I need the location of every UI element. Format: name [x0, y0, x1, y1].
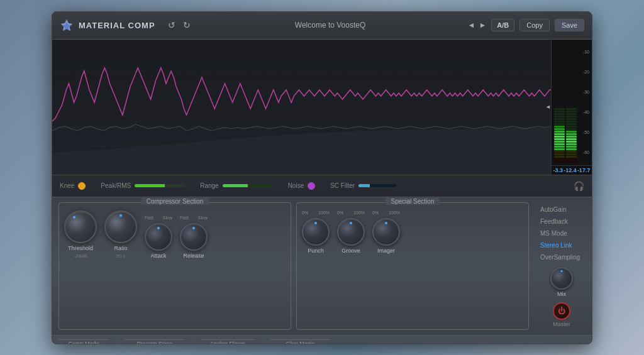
scfilter-slider[interactable]: [358, 184, 396, 187]
preamp-spice-section: -Preamp Spice- HARMONIC Mix: [125, 339, 185, 344]
knee-dot[interactable]: [78, 182, 86, 190]
param-peakrms: Peak/RMS: [101, 182, 185, 189]
ratio-value: 30:1: [116, 253, 126, 259]
master-area: ⏻ Master: [538, 302, 586, 327]
feedback-option[interactable]: Feedback: [538, 217, 586, 226]
compressor-section-label: Compressor Section: [142, 198, 209, 205]
param-knee: Knee: [60, 182, 86, 190]
release-group: Fast Slow Release: [180, 216, 208, 259]
groove-label: Groove: [341, 248, 360, 254]
threshold-group: Threshold -24dB: [64, 210, 97, 259]
vu-scale: -10 -20 -30 -40 -50 -60: [578, 42, 589, 163]
glue-magic-section: -Glue Magic- 3 Console Mix: [270, 339, 331, 344]
meter-val-3: -17.7: [577, 167, 591, 173]
analog-flavor-section: -Analog Flavor- N-Type••• The Legend Sou…: [201, 339, 255, 344]
redo-button[interactable]: ↻: [180, 19, 193, 31]
meter-readout: -3.3 -12.4 -17.7: [552, 165, 592, 175]
vu-bar-right: [566, 42, 577, 163]
controls-area: Compressor Section Threshold -24dB Rat: [52, 197, 592, 335]
undo-button[interactable]: ↺: [165, 19, 178, 31]
vu-meter-display: -10 -20 -30 -40 -50 -60 ◄ -3.3 -12.4 -17…: [551, 40, 592, 175]
prev-button[interactable]: ◄: [468, 21, 475, 30]
special-section-label: Special Section: [386, 198, 440, 205]
waveform-svg: [52, 40, 551, 175]
groove-knob[interactable]: [337, 218, 365, 246]
meter-val-1: -3.3: [553, 167, 564, 173]
groove-group: 0% 100% Groove: [337, 210, 365, 254]
oversampling-option[interactable]: OverSampling: [538, 253, 586, 262]
imager-group: 0% 100% Imager: [372, 210, 400, 254]
punch-label: Punch: [308, 248, 324, 254]
mix-knob[interactable]: [550, 267, 573, 290]
vu-bar-left: [554, 42, 565, 163]
logo-area: MATERIAL COMP: [60, 18, 155, 32]
peakrms-slider[interactable]: [135, 184, 185, 187]
punch-knob[interactable]: [302, 218, 330, 246]
glue-magic-label: -Glue Magic-: [270, 339, 331, 344]
next-button[interactable]: ►: [479, 21, 486, 30]
param-strip: Knee Peak/RMS Range Noise SC Filter 🎧: [52, 175, 592, 197]
autogain-option[interactable]: AutoGain: [538, 205, 586, 214]
msmode-option[interactable]: MS Mode: [538, 229, 586, 238]
comp-mode-section: -Comp Mode- MODERN: [58, 339, 109, 344]
param-noise-label: Noise: [288, 182, 304, 189]
display-area: -10 -20 -30 -40 -50 -60 ◄ -3.3 -12.4 -17…: [52, 40, 592, 175]
plugin-window: MATERIAL COMP ↺ ↻ Welcome to VoosteQ ◄ ►…: [52, 11, 592, 344]
imager-knob[interactable]: [372, 218, 400, 246]
welcome-text: Welcome to VoosteQ: [198, 21, 463, 30]
stereolink-option[interactable]: Stereo Link: [538, 241, 586, 250]
ratio-knob[interactable]: [104, 210, 137, 243]
param-knee-label: Knee: [60, 182, 74, 189]
ab-button[interactable]: A/B: [491, 19, 514, 31]
analog-flavor-label: -Analog Flavor-: [201, 339, 255, 344]
threshold-label: Threshold: [68, 245, 93, 251]
release-label: Release: [183, 253, 204, 259]
waveform-canvas: [52, 40, 551, 175]
mix-label: Mix: [557, 291, 566, 297]
mix-knob-area: Mix: [538, 267, 586, 297]
comp-knobs-row: Threshold -24dB Ratio 30:1 Fast Slow: [64, 207, 286, 259]
param-scfilter: SC Filter: [330, 182, 396, 189]
header: MATERIAL COMP ↺ ↻ Welcome to VoosteQ ◄ ►…: [52, 12, 592, 40]
threshold-knob[interactable]: [64, 210, 97, 243]
divider-2: [192, 339, 193, 344]
bottom-row: -Comp Mode- MODERN -Preamp Spice- HARMON…: [52, 335, 592, 344]
divider-1: [116, 339, 117, 344]
controls-wrapper: Compressor Section Threshold -24dB Rat: [52, 197, 592, 344]
punch-group: 0% 100% Punch: [302, 210, 330, 254]
param-range: Range: [200, 182, 272, 189]
master-label: Master: [553, 321, 570, 327]
range-slider[interactable]: [223, 184, 273, 187]
meter-val-2: -12.4: [564, 167, 577, 173]
undo-redo-group: ↺ ↻: [165, 19, 193, 31]
imager-label: Imager: [377, 248, 395, 254]
param-scfilter-label: SC Filter: [330, 182, 355, 189]
ratio-group: Ratio 30:1: [104, 210, 137, 259]
compressor-section: Compressor Section Threshold -24dB Rat: [58, 202, 291, 330]
logo-icon: [60, 18, 74, 32]
threshold-value: -24dB: [74, 253, 87, 259]
special-knobs-row: 0% 100% Punch 0% 100%: [302, 207, 523, 254]
ratio-label: Ratio: [114, 245, 127, 251]
param-peakrms-label: Peak/RMS: [101, 182, 131, 189]
attack-group: Fast Slow Attack: [145, 216, 172, 259]
special-section: Special Section 0% 100% Punch: [296, 202, 529, 330]
param-range-label: Range: [200, 182, 218, 189]
copy-button[interactable]: Copy: [519, 19, 550, 31]
divider-3: [262, 339, 263, 344]
comp-mode-label: -Comp Mode-: [58, 339, 109, 344]
attack-knob[interactable]: [145, 223, 172, 251]
vu-arrow[interactable]: ◄: [545, 104, 551, 110]
power-button[interactable]: ⏻: [553, 302, 570, 320]
release-knob[interactable]: [180, 223, 208, 251]
headphone-icon[interactable]: 🎧: [574, 181, 584, 191]
save-button[interactable]: Save: [555, 19, 584, 31]
right-panel: AutoGain Feedback MS Mode Stereo Link Ov…: [534, 202, 586, 330]
param-noise: Noise: [288, 182, 316, 190]
preamp-spice-label: -Preamp Spice-: [125, 339, 185, 344]
plugin-title: MATERIAL COMP: [79, 21, 155, 30]
noise-dot[interactable]: [308, 182, 315, 190]
attack-label: Attack: [150, 253, 166, 259]
nav-arrows: ◄ ►: [468, 21, 487, 30]
